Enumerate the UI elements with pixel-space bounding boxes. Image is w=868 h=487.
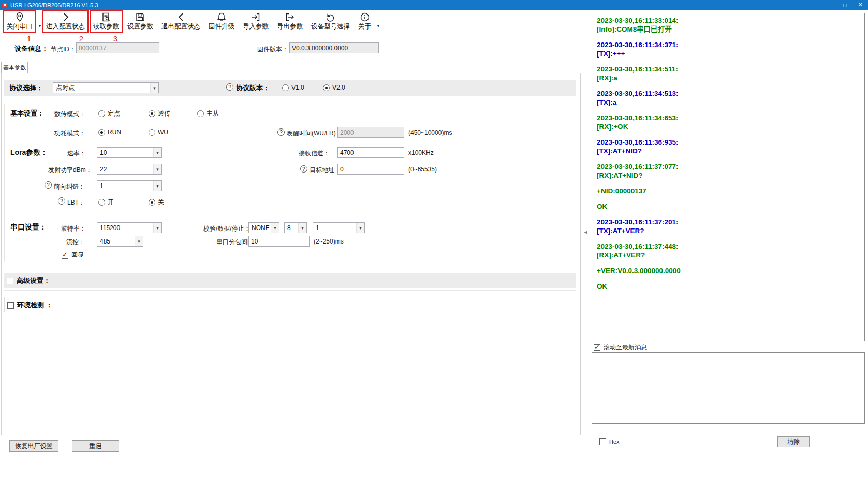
log-timestamp: 2023-03-30,16:11:36:935: — [597, 138, 860, 147]
rx-channel-input[interactable] — [337, 147, 404, 158]
radio-protocol-v2[interactable]: V2.0 — [323, 84, 345, 91]
chevron-down-icon — [298, 223, 306, 233]
rate-select[interactable]: 10 — [97, 147, 162, 158]
protocol-select[interactable]: 点对点 — [53, 82, 159, 93]
advanced-settings-checkbox[interactable]: 高级设置： — [7, 276, 50, 285]
parity-select[interactable]: NONE — [248, 222, 279, 233]
serial-pin-icon — [14, 12, 25, 22]
radio-label: WU — [158, 128, 168, 136]
rx-channel-unit: x100KHz — [408, 149, 434, 156]
radio-data-mode-master-slave[interactable]: 主从 — [197, 109, 219, 118]
reboot-button[interactable]: 重启 — [72, 440, 119, 452]
tx-power-label: 发射功率dBm： — [48, 166, 92, 175]
wake-time-input[interactable] — [337, 127, 404, 138]
tab-basic-params[interactable]: 基本参数 — [1, 62, 28, 73]
checkbox-label: 滚动至最新消息 — [604, 343, 647, 352]
radio-data-mode-transparent[interactable]: 透传 — [149, 109, 170, 118]
log-message: [TX]:AT+NID? — [597, 147, 860, 155]
scroll-to-latest-checkbox[interactable]: 滚动至最新消息 — [594, 343, 647, 352]
radio-protocol-v1[interactable]: V1.0 — [282, 84, 304, 91]
clear-log-button[interactable]: 清除 — [777, 436, 810, 447]
splitter[interactable] — [583, 10, 589, 487]
echo-checkbox[interactable]: 回显 — [62, 251, 84, 260]
log-message: +NID:00000137 — [597, 187, 860, 195]
data-bits-select[interactable]: 8 — [284, 222, 307, 233]
wake-time-label: 唤醒时间(WU/LR)： — [287, 129, 342, 138]
import-params-button[interactable]: 导入参数 — [239, 10, 272, 33]
lbt-label: LBT： — [67, 198, 85, 207]
minimize-button[interactable]: — — [826, 2, 832, 8]
set-params-button[interactable]: 设置参数 — [124, 10, 157, 33]
node-id-input[interactable] — [76, 42, 159, 53]
environment-checkbox[interactable]: 环境检测 ： — [7, 300, 53, 310]
maximize-button[interactable]: □ — [843, 2, 847, 8]
log-entry: 2023-03-30,16:11:34:653:[RX]:+OK — [597, 113, 860, 131]
data-mode-label: 数传模式： — [54, 110, 85, 119]
packet-interval-input[interactable] — [248, 236, 310, 247]
toolbar-button-label: 关于 — [358, 22, 371, 31]
radio-power-run[interactable]: RUN — [98, 128, 121, 136]
checkbox-icon — [62, 252, 68, 259]
toolbar-button-label: 固件升级 — [209, 22, 234, 31]
dropdown-caret-icon[interactable] — [376, 23, 381, 28]
export-icon — [285, 12, 295, 22]
log-area[interactable]: 2023-03-30,16:11:33:014:[Info]:COM8串口已打开… — [592, 13, 865, 341]
wake-time-range: (450~10000)ms — [408, 129, 452, 136]
checkbox-label: 高级设置： — [17, 276, 50, 285]
titlebar: USR-LG206/DR206/DR216 V1.5.3 — □ ✕ — [0, 0, 868, 10]
device-model-select-button[interactable]: 设备型号选择 — [307, 10, 354, 33]
select-value: 1 — [100, 182, 153, 190]
export-params-button[interactable]: 导出参数 — [273, 10, 306, 33]
read-params-button[interactable]: 读取参数 3 — [90, 10, 123, 33]
about-button[interactable]: 关于 — [355, 10, 375, 33]
radio-label: V2.0 — [332, 84, 345, 91]
flow-select[interactable]: 485 — [97, 236, 143, 247]
radio-power-wu[interactable]: WU — [149, 128, 168, 136]
node-id-label: 节点ID： — [51, 45, 76, 54]
select-value: 22 — [100, 166, 153, 173]
fec-select[interactable]: 1 — [97, 180, 162, 191]
chevron-down-icon — [271, 223, 279, 233]
firmware-upgrade-button[interactable]: 固件升级 — [205, 10, 238, 33]
log-message: [Info]:COM8串口已打开 — [597, 25, 860, 34]
log-entry: OK — [597, 282, 860, 291]
baud-select[interactable]: 115200 — [97, 222, 162, 233]
checkbox-icon — [7, 302, 14, 309]
target-addr-input[interactable] — [337, 164, 404, 175]
chevron-down-icon — [356, 223, 364, 233]
environment-section-bar — [4, 297, 576, 312]
log-entry: 2023-03-30,16:11:34:511:[RX]:a — [597, 65, 860, 82]
advanced-section-bar — [4, 273, 576, 288]
toolbar-button-label: 设置参数 — [127, 22, 153, 31]
dropdown-caret-icon[interactable] — [37, 23, 42, 28]
device-info-title: 设备信息： — [14, 44, 48, 53]
hex-checkbox[interactable]: Hex — [599, 438, 620, 445]
app-icon — [2, 3, 7, 8]
stop-bits-select[interactable]: 1 — [313, 222, 365, 233]
enter-config-state-button[interactable]: 进入配置状态 2 — [42, 10, 89, 33]
close-serial-port-button[interactable]: 关闭串口 1 — [3, 10, 36, 33]
tx-power-select[interactable]: 22 — [97, 164, 162, 175]
radio-icon — [197, 110, 204, 117]
radio-lbt-off[interactable]: 关 — [149, 198, 164, 207]
annotation-number-3: 3 — [113, 34, 117, 43]
checkbox-label: Hex — [609, 439, 620, 445]
close-button[interactable]: ✕ — [858, 2, 863, 8]
rx-channel-label: 接收信道： — [299, 149, 330, 158]
toolbar-button-label: 读取参数 — [93, 22, 119, 31]
toolbar: 关闭串口 1 进入配置状态 2 读取参数 3 设置参数 退出配置状态 固件升级 — [0, 10, 585, 34]
radio-data-mode-fixed[interactable]: 定点 — [98, 109, 120, 118]
help-icon — [58, 197, 65, 205]
radio-icon — [282, 84, 289, 91]
lora-params-title: Lora参数： — [10, 148, 48, 157]
rate-label: 速率： — [67, 149, 86, 158]
radio-lbt-on[interactable]: 开 — [98, 198, 114, 207]
send-input-area[interactable] — [592, 352, 865, 424]
factory-reset-button[interactable]: 恢复出厂设置 — [9, 440, 58, 452]
divider — [4, 290, 576, 291]
log-message: +VER:V0.0.3.000000.0000 — [597, 266, 860, 275]
exit-config-state-button[interactable]: 退出配置状态 — [158, 10, 204, 33]
firmware-input[interactable] — [289, 42, 379, 53]
splitter-collapse-icon[interactable] — [583, 230, 588, 235]
annotation-number-2: 2 — [79, 34, 83, 43]
